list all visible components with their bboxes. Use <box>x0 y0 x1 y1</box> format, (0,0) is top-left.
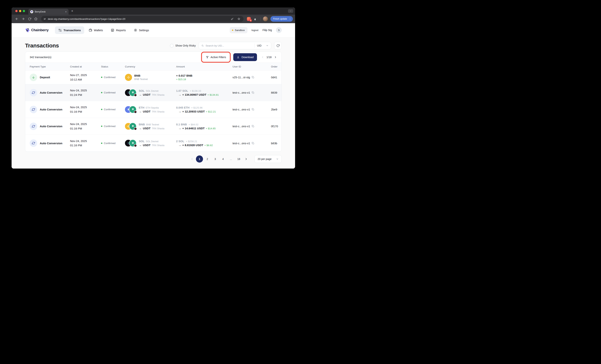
table-row[interactable]: Auto Conversion Nov-24, 2025 01:16 PM Co… <box>25 101 281 118</box>
refresh-button[interactable] <box>274 42 282 49</box>
nav-item-settings[interactable]: Settings <box>130 26 152 34</box>
nav-item-reports[interactable]: Reports <box>107 26 129 34</box>
extensions-puzzle-icon[interactable] <box>252 16 258 22</box>
page-button-3[interactable]: 3 <box>212 155 219 162</box>
address-bar[interactable]: desk-stg.chainberry.com/dashboard/transa… <box>41 16 243 22</box>
created-time: 01:16 PM <box>70 143 99 147</box>
page-button-18[interactable]: 18 <box>235 155 242 162</box>
search-type-select[interactable]: UID <box>255 44 271 47</box>
active-filters-button[interactable]: Active Filters <box>203 53 229 61</box>
tron-network-icon <box>134 144 137 147</box>
arrow-icon: → <box>139 110 141 113</box>
browser-window: BerryDesk × + desk-stg.chainberry.com/da… <box>11 8 295 169</box>
arrow-icon: → <box>178 93 181 96</box>
pagination-next-icon[interactable] <box>243 157 249 161</box>
copy-icon[interactable] <box>251 91 254 94</box>
search-icon <box>201 44 204 47</box>
page-button-4[interactable]: 4 <box>220 155 227 162</box>
zoom-window-button[interactable] <box>23 10 25 12</box>
page-button-2[interactable]: 2 <box>204 155 211 162</box>
page-ellipsis: ... <box>227 155 234 162</box>
tab-close-icon[interactable]: × <box>65 10 67 13</box>
minimize-window-button[interactable] <box>19 10 21 12</box>
status-dot-icon <box>101 109 102 110</box>
col-header: User ID <box>232 65 271 68</box>
from-network: BNB Testnet <box>146 123 159 126</box>
page-button-1[interactable]: 1 <box>196 155 203 162</box>
col-header: Amount <box>176 65 232 68</box>
per-page-select[interactable]: 20 per page <box>255 155 282 163</box>
table-row[interactable]: Auto Conversion Nov-24, 2025 01:24 PM Co… <box>25 84 281 101</box>
copy-icon[interactable] <box>251 108 254 111</box>
user-avatar[interactable]: S <box>276 27 282 33</box>
per-page-value: 20 per page <box>258 158 271 161</box>
extension-icon[interactable]: 9 <box>247 17 251 21</box>
main-content: Transactions Show Only Risky UID <box>11 37 295 169</box>
download-label: Download <box>241 56 254 59</box>
forward-icon[interactable] <box>20 16 26 22</box>
tron-network-icon <box>134 111 137 113</box>
status-dot-icon <box>101 92 102 93</box>
traffic-lights <box>15 10 25 12</box>
home-icon[interactable] <box>33 16 39 22</box>
toolbar-divider <box>260 17 261 20</box>
order-id: 0f170 <box>271 125 281 128</box>
status-label: Confirmed <box>104 108 115 111</box>
to-usd: + $14.65 <box>206 127 216 130</box>
to-network: TRX Shasta <box>152 94 164 96</box>
logout-link[interactable]: logout <box>251 29 259 31</box>
page-title: Transactions <box>25 42 59 49</box>
back-icon[interactable] <box>14 16 20 22</box>
close-window-button[interactable] <box>15 10 18 12</box>
from-coin: SOL <box>139 140 145 143</box>
created-time: 01:16 PM <box>70 110 99 114</box>
title-row: Transactions Show Only Risky UID <box>25 41 282 50</box>
download-button[interactable]: Download <box>233 53 257 61</box>
nav-label: Reports <box>116 29 126 32</box>
risky-checkbox[interactable] <box>170 44 173 48</box>
deposit-arrow-down-icon <box>30 74 37 81</box>
tab-search-chevron-icon[interactable] <box>288 9 293 13</box>
to-coin: USDT <box>143 110 150 113</box>
reload-icon[interactable] <box>27 16 32 22</box>
nav-item-wallets[interactable]: Wallets <box>85 26 106 34</box>
finish-update-button[interactable]: Finish update ⋮ <box>270 16 293 22</box>
table-row[interactable]: Deposit Nov-27, 2025 10:12 AM Confirmed … <box>25 71 281 84</box>
order-id: 2be9 <box>271 108 281 111</box>
prev-page-icon[interactable] <box>261 56 264 59</box>
bookmark-star-icon[interactable] <box>236 16 241 21</box>
pagination-prev-icon[interactable] <box>189 157 195 161</box>
created-time: 10:12 AM <box>70 77 99 82</box>
created-time: 01:16 PM <box>70 126 99 131</box>
site-settings-icon[interactable] <box>43 18 46 20</box>
tron-network-icon <box>134 127 137 130</box>
brand[interactable]: Chainberry <box>25 28 49 32</box>
amount-value: + 0.017 BNB <box>176 74 231 77</box>
user-id: test-c...ons-v1 <box>232 142 250 145</box>
payment-type: Auto Conversion <box>40 108 62 111</box>
next-page-icon[interactable] <box>274 56 277 59</box>
user-id: v25-11...st-stg <box>232 76 250 79</box>
funnel-icon <box>206 56 209 59</box>
transactions-card: 342 transaction(s) Active Filters Downlo… <box>25 51 282 152</box>
search-input[interactable] <box>206 44 252 47</box>
table-row[interactable]: Auto Conversion Nov-24, 2025 01:16 PM Co… <box>25 118 281 135</box>
transactions-swap-icon <box>58 28 62 32</box>
sync-icon <box>30 122 37 130</box>
show-only-risky-toggle[interactable]: Show Only Risky <box>170 44 196 48</box>
profile-avatar[interactable] <box>263 16 268 21</box>
browser-menu-icon[interactable]: ⋮ <box>289 17 291 20</box>
copy-icon[interactable] <box>251 76 254 79</box>
gear-icon <box>134 28 137 32</box>
status-label: Confirmed <box>104 125 115 128</box>
nav-item-transactions[interactable]: Transactions <box>55 26 84 34</box>
copy-icon[interactable] <box>251 125 254 128</box>
sandbox-dot-icon <box>232 30 233 31</box>
password-key-icon[interactable] <box>230 16 235 21</box>
search-field[interactable] <box>199 44 254 47</box>
from-usd: + $84.02 <box>189 123 199 126</box>
browser-tab[interactable]: BerryDesk × <box>28 9 69 15</box>
table-row[interactable]: Auto Conversion Nov-24, 2025 01:16 PM Co… <box>25 135 281 152</box>
new-tab-button[interactable]: + <box>71 9 73 13</box>
copy-icon[interactable] <box>251 142 254 145</box>
